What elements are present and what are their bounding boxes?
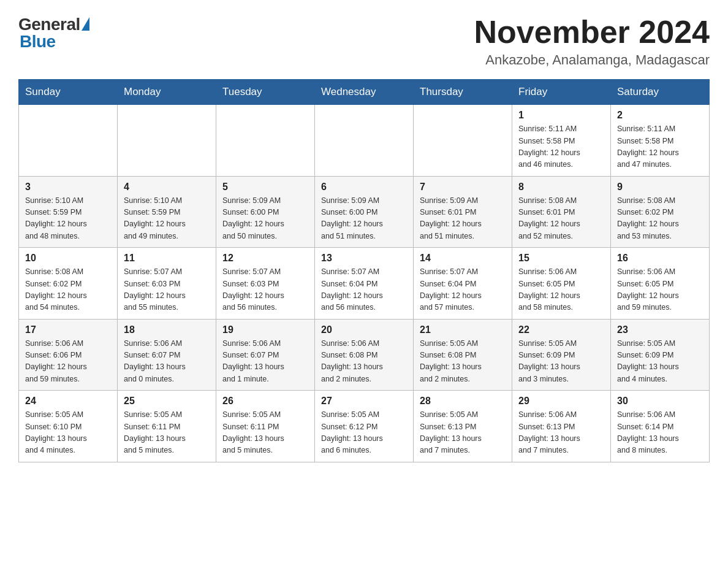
day-number: 21 bbox=[420, 324, 506, 335]
day-sun-info: Sunrise: 5:07 AM Sunset: 6:03 PM Dayligh… bbox=[222, 266, 308, 314]
day-sun-info: Sunrise: 5:05 AM Sunset: 6:13 PM Dayligh… bbox=[420, 409, 506, 457]
calendar-table: SundayMondayTuesdayWednesdayThursdayFrid… bbox=[18, 79, 710, 462]
day-number: 6 bbox=[321, 182, 407, 193]
day-number: 3 bbox=[25, 182, 111, 193]
calendar-week-row: 3Sunrise: 5:10 AM Sunset: 5:59 PM Daylig… bbox=[19, 176, 710, 248]
title-area: November 2024 Ankazobe, Analamanga, Mada… bbox=[474, 15, 710, 68]
weekday-header-wednesday: Wednesday bbox=[315, 80, 414, 105]
day-number: 7 bbox=[420, 182, 506, 193]
calendar-cell bbox=[414, 105, 512, 177]
day-number: 20 bbox=[321, 324, 407, 335]
calendar-cell bbox=[118, 105, 216, 177]
day-sun-info: Sunrise: 5:11 AM Sunset: 5:58 PM Dayligh… bbox=[518, 123, 604, 171]
day-number: 4 bbox=[124, 182, 210, 193]
calendar-cell: 27Sunrise: 5:05 AM Sunset: 6:12 PM Dayli… bbox=[315, 391, 414, 462]
day-sun-info: Sunrise: 5:09 AM Sunset: 6:00 PM Dayligh… bbox=[321, 195, 407, 243]
day-sun-info: Sunrise: 5:10 AM Sunset: 5:59 PM Dayligh… bbox=[25, 195, 111, 243]
day-sun-info: Sunrise: 5:06 AM Sunset: 6:08 PM Dayligh… bbox=[321, 338, 407, 386]
day-number: 11 bbox=[124, 253, 210, 264]
day-number: 2 bbox=[617, 110, 703, 121]
weekday-header-sunday: Sunday bbox=[19, 80, 118, 105]
day-sun-info: Sunrise: 5:06 AM Sunset: 6:14 PM Dayligh… bbox=[617, 409, 703, 457]
day-sun-info: Sunrise: 5:05 AM Sunset: 6:11 PM Dayligh… bbox=[124, 409, 210, 457]
day-number: 19 bbox=[222, 324, 308, 335]
day-sun-info: Sunrise: 5:05 AM Sunset: 6:09 PM Dayligh… bbox=[617, 338, 703, 386]
day-number: 14 bbox=[420, 253, 506, 264]
day-sun-info: Sunrise: 5:05 AM Sunset: 6:08 PM Dayligh… bbox=[420, 338, 506, 386]
day-sun-info: Sunrise: 5:07 AM Sunset: 6:03 PM Dayligh… bbox=[124, 266, 210, 314]
day-number: 27 bbox=[321, 396, 407, 407]
day-number: 17 bbox=[25, 324, 111, 335]
calendar-cell: 18Sunrise: 5:06 AM Sunset: 6:07 PM Dayli… bbox=[118, 319, 216, 391]
day-sun-info: Sunrise: 5:08 AM Sunset: 6:02 PM Dayligh… bbox=[25, 266, 111, 314]
day-number: 28 bbox=[420, 396, 506, 407]
calendar-cell: 29Sunrise: 5:06 AM Sunset: 6:13 PM Dayli… bbox=[512, 391, 611, 462]
calendar-cell: 9Sunrise: 5:08 AM Sunset: 6:02 PM Daylig… bbox=[611, 176, 710, 248]
calendar-cell: 23Sunrise: 5:05 AM Sunset: 6:09 PM Dayli… bbox=[611, 319, 710, 391]
calendar-cell: 19Sunrise: 5:06 AM Sunset: 6:07 PM Dayli… bbox=[216, 319, 315, 391]
day-number: 18 bbox=[124, 324, 210, 335]
logo-triangle-icon bbox=[82, 17, 89, 31]
calendar-cell: 6Sunrise: 5:09 AM Sunset: 6:00 PM Daylig… bbox=[315, 176, 414, 248]
logo: General Blue bbox=[18, 15, 89, 52]
day-sun-info: Sunrise: 5:07 AM Sunset: 6:04 PM Dayligh… bbox=[321, 266, 407, 314]
day-sun-info: Sunrise: 5:06 AM Sunset: 6:05 PM Dayligh… bbox=[518, 266, 604, 314]
calendar-cell: 4Sunrise: 5:10 AM Sunset: 5:59 PM Daylig… bbox=[118, 176, 216, 248]
calendar-cell: 17Sunrise: 5:06 AM Sunset: 6:06 PM Dayli… bbox=[19, 319, 118, 391]
location-subtitle: Ankazobe, Analamanga, Madagascar bbox=[474, 52, 710, 68]
weekday-header-thursday: Thursday bbox=[414, 80, 512, 105]
calendar-week-row: 1Sunrise: 5:11 AM Sunset: 5:58 PM Daylig… bbox=[19, 105, 710, 177]
calendar-cell: 16Sunrise: 5:06 AM Sunset: 6:05 PM Dayli… bbox=[611, 248, 710, 320]
calendar-cell: 5Sunrise: 5:09 AM Sunset: 6:00 PM Daylig… bbox=[216, 176, 315, 248]
day-number: 26 bbox=[222, 396, 308, 407]
calendar-week-row: 10Sunrise: 5:08 AM Sunset: 6:02 PM Dayli… bbox=[19, 248, 710, 320]
calendar-cell bbox=[19, 105, 118, 177]
calendar-cell: 26Sunrise: 5:05 AM Sunset: 6:11 PM Dayli… bbox=[216, 391, 315, 462]
calendar-cell bbox=[315, 105, 414, 177]
day-number: 5 bbox=[222, 182, 308, 193]
day-number: 25 bbox=[124, 396, 210, 407]
calendar-cell: 20Sunrise: 5:06 AM Sunset: 6:08 PM Dayli… bbox=[315, 319, 414, 391]
day-sun-info: Sunrise: 5:06 AM Sunset: 6:07 PM Dayligh… bbox=[124, 338, 210, 386]
day-sun-info: Sunrise: 5:06 AM Sunset: 6:05 PM Dayligh… bbox=[617, 266, 703, 314]
calendar-cell: 7Sunrise: 5:09 AM Sunset: 6:01 PM Daylig… bbox=[414, 176, 512, 248]
month-title: November 2024 bbox=[474, 15, 710, 50]
calendar-cell: 12Sunrise: 5:07 AM Sunset: 6:03 PM Dayli… bbox=[216, 248, 315, 320]
calendar-week-row: 24Sunrise: 5:05 AM Sunset: 6:10 PM Dayli… bbox=[19, 391, 710, 462]
day-sun-info: Sunrise: 5:07 AM Sunset: 6:04 PM Dayligh… bbox=[420, 266, 506, 314]
calendar-cell: 10Sunrise: 5:08 AM Sunset: 6:02 PM Dayli… bbox=[19, 248, 118, 320]
weekday-header-saturday: Saturday bbox=[611, 80, 710, 105]
day-number: 1 bbox=[518, 110, 604, 121]
calendar-cell: 11Sunrise: 5:07 AM Sunset: 6:03 PM Dayli… bbox=[118, 248, 216, 320]
day-number: 8 bbox=[518, 182, 604, 193]
calendar-cell: 30Sunrise: 5:06 AM Sunset: 6:14 PM Dayli… bbox=[611, 391, 710, 462]
day-number: 23 bbox=[617, 324, 703, 335]
day-sun-info: Sunrise: 5:05 AM Sunset: 6:12 PM Dayligh… bbox=[321, 409, 407, 457]
weekday-header-friday: Friday bbox=[512, 80, 611, 105]
calendar-cell: 28Sunrise: 5:05 AM Sunset: 6:13 PM Dayli… bbox=[414, 391, 512, 462]
day-number: 13 bbox=[321, 253, 407, 264]
day-number: 24 bbox=[25, 396, 111, 407]
page-header: General Blue November 2024 Ankazobe, Ana… bbox=[18, 15, 710, 68]
calendar-cell: 24Sunrise: 5:05 AM Sunset: 6:10 PM Dayli… bbox=[19, 391, 118, 462]
calendar-cell: 13Sunrise: 5:07 AM Sunset: 6:04 PM Dayli… bbox=[315, 248, 414, 320]
calendar-cell: 14Sunrise: 5:07 AM Sunset: 6:04 PM Dayli… bbox=[414, 248, 512, 320]
weekday-header-monday: Monday bbox=[118, 80, 216, 105]
calendar-cell: 2Sunrise: 5:11 AM Sunset: 5:58 PM Daylig… bbox=[611, 105, 710, 177]
day-sun-info: Sunrise: 5:08 AM Sunset: 6:01 PM Dayligh… bbox=[518, 195, 604, 243]
calendar-cell: 1Sunrise: 5:11 AM Sunset: 5:58 PM Daylig… bbox=[512, 105, 611, 177]
day-number: 12 bbox=[222, 253, 308, 264]
logo-blue-text: Blue bbox=[18, 32, 56, 52]
calendar-cell: 15Sunrise: 5:06 AM Sunset: 6:05 PM Dayli… bbox=[512, 248, 611, 320]
calendar-cell bbox=[216, 105, 315, 177]
day-number: 29 bbox=[518, 396, 604, 407]
day-number: 15 bbox=[518, 253, 604, 264]
day-sun-info: Sunrise: 5:09 AM Sunset: 6:01 PM Dayligh… bbox=[420, 195, 506, 243]
day-sun-info: Sunrise: 5:06 AM Sunset: 6:06 PM Dayligh… bbox=[25, 338, 111, 386]
weekday-header-row: SundayMondayTuesdayWednesdayThursdayFrid… bbox=[19, 80, 710, 105]
calendar-cell: 25Sunrise: 5:05 AM Sunset: 6:11 PM Dayli… bbox=[118, 391, 216, 462]
day-number: 16 bbox=[617, 253, 703, 264]
day-number: 30 bbox=[617, 396, 703, 407]
day-sun-info: Sunrise: 5:05 AM Sunset: 6:09 PM Dayligh… bbox=[518, 338, 604, 386]
day-sun-info: Sunrise: 5:05 AM Sunset: 6:11 PM Dayligh… bbox=[222, 409, 308, 457]
